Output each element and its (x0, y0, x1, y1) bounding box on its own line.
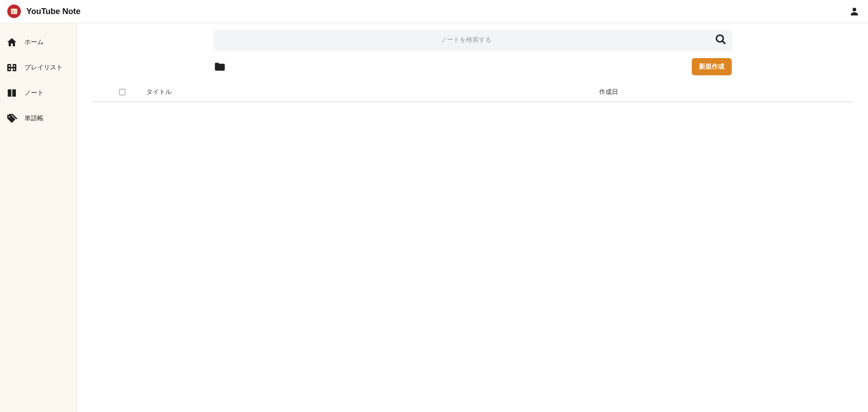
search-input[interactable] (214, 30, 732, 49)
col-title-header: タイトル (146, 88, 599, 96)
svg-point-9 (716, 35, 723, 42)
svg-line-10 (722, 41, 725, 44)
body: ホーム プレイリスト ノート (0, 23, 868, 412)
sidebar-item-note[interactable]: ノート (0, 80, 77, 106)
col-checkbox (92, 89, 146, 95)
col-date-header: 作成日 (599, 88, 853, 96)
sidebar-item-home[interactable]: ホーム (0, 29, 77, 55)
playlist-icon (6, 62, 17, 73)
svg-rect-2 (9, 65, 10, 67)
header: >_ YouTube Note (0, 0, 868, 23)
svg-rect-7 (11, 67, 13, 69)
table-head: タイトル 作成日 (92, 83, 853, 102)
sidebar-item-label: 単語帳 (25, 114, 44, 123)
create-button[interactable]: 新規作成 (692, 58, 732, 75)
sidebar-item-vocabulary[interactable]: 単語帳 (0, 106, 77, 131)
sidebar-item-label: ノート (25, 89, 44, 97)
toolbar: 新規作成 (214, 58, 732, 75)
svg-point-8 (9, 116, 10, 118)
note-icon (6, 88, 17, 98)
svg-rect-3 (9, 69, 10, 70)
sidebar-item-label: ホーム (25, 38, 44, 46)
sidebar-item-label: プレイリスト (25, 64, 63, 72)
main: 新規作成 タイトル 作成日 (77, 23, 868, 412)
header-left: >_ YouTube Note (7, 5, 80, 18)
search-wrapper (214, 30, 732, 49)
folder-icon[interactable] (214, 61, 226, 73)
header-right (848, 5, 861, 18)
profile-icon[interactable] (848, 5, 861, 18)
home-icon (6, 37, 17, 48)
sidebar: ホーム プレイリスト ノート (0, 23, 77, 412)
app-logo[interactable]: >_ (7, 5, 21, 18)
sidebar-item-playlist[interactable]: プレイリスト (0, 55, 77, 80)
search-icon[interactable] (714, 33, 727, 46)
app-title: YouTube Note (26, 7, 80, 16)
select-all-checkbox[interactable] (119, 89, 125, 95)
tags-icon (6, 113, 17, 124)
svg-rect-5 (14, 69, 15, 70)
svg-point-0 (853, 8, 856, 11)
svg-rect-4 (14, 65, 15, 67)
notes-table: タイトル 作成日 (92, 83, 853, 102)
